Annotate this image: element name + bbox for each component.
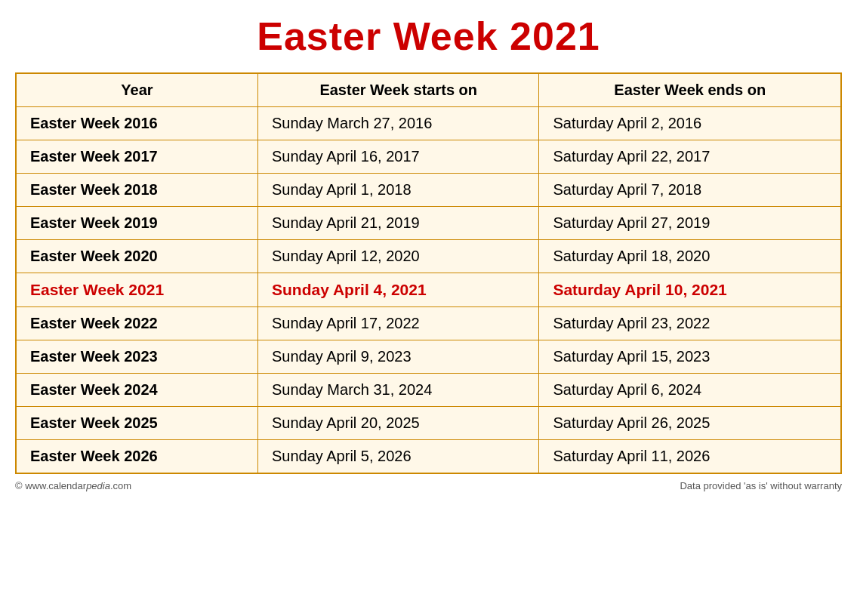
cell-ends: Saturday April 11, 2026 (539, 440, 841, 474)
header-ends: Easter Week ends on (539, 73, 841, 107)
cell-ends: Saturday April 2, 2016 (539, 107, 841, 140)
table-row: Easter Week 2018Sunday April 1, 2018Satu… (16, 174, 841, 207)
cell-starts: Sunday March 27, 2016 (257, 107, 538, 140)
cell-ends: Saturday April 23, 2022 (539, 307, 841, 340)
cell-ends: Saturday April 6, 2024 (539, 374, 841, 407)
cell-starts: Sunday April 4, 2021 (257, 273, 538, 307)
cell-starts: Sunday April 12, 2020 (257, 240, 538, 273)
table-row: Easter Week 2021Sunday April 4, 2021Satu… (16, 273, 841, 307)
cell-starts: Sunday April 5, 2026 (257, 440, 538, 474)
table-row: Easter Week 2016Sunday March 27, 2016Sat… (16, 107, 841, 140)
cell-year: Easter Week 2019 (16, 207, 257, 240)
cell-ends: Saturday April 10, 2021 (539, 273, 841, 307)
cell-starts: Sunday April 16, 2017 (257, 140, 538, 174)
cell-year: Easter Week 2020 (16, 240, 257, 273)
cell-ends: Saturday April 15, 2023 (539, 340, 841, 374)
cell-year: Easter Week 2021 (16, 273, 257, 307)
header-starts: Easter Week starts on (257, 73, 538, 107)
table-row: Easter Week 2023Sunday April 9, 2023Satu… (16, 340, 841, 374)
table-row: Easter Week 2025Sunday April 20, 2025Sat… (16, 407, 841, 440)
table-row: Easter Week 2020Sunday April 12, 2020Sat… (16, 240, 841, 273)
table-header-row: Year Easter Week starts on Easter Week e… (16, 73, 841, 107)
cell-year: Easter Week 2016 (16, 107, 257, 140)
footer: © www.calendarpedia.com Data provided 'a… (15, 480, 842, 491)
cell-ends: Saturday April 26, 2025 (539, 407, 841, 440)
table-row: Easter Week 2022Sunday April 17, 2022Sat… (16, 307, 841, 340)
table-row: Easter Week 2024Sunday March 31, 2024Sat… (16, 374, 841, 407)
cell-starts: Sunday April 20, 2025 (257, 407, 538, 440)
cell-ends: Saturday April 7, 2018 (539, 174, 841, 207)
table-row: Easter Week 2026Sunday April 5, 2026Satu… (16, 440, 841, 474)
cell-ends: Saturday April 27, 2019 (539, 207, 841, 240)
cell-ends: Saturday April 18, 2020 (539, 240, 841, 273)
cell-starts: Sunday April 21, 2019 (257, 207, 538, 240)
cell-ends: Saturday April 22, 2017 (539, 140, 841, 174)
page-title: Easter Week 2021 (257, 14, 600, 59)
cell-year: Easter Week 2026 (16, 440, 257, 474)
cell-year: Easter Week 2023 (16, 340, 257, 374)
cell-starts: Sunday April 1, 2018 (257, 174, 538, 207)
cell-starts: Sunday April 17, 2022 (257, 307, 538, 340)
cell-year: Easter Week 2024 (16, 374, 257, 407)
cell-year: Easter Week 2018 (16, 174, 257, 207)
header-year: Year (16, 73, 257, 107)
cell-year: Easter Week 2025 (16, 407, 257, 440)
easter-week-table: Year Easter Week starts on Easter Week e… (15, 72, 842, 474)
table-row: Easter Week 2019Sunday April 21, 2019Sat… (16, 207, 841, 240)
table-row: Easter Week 2017Sunday April 16, 2017Sat… (16, 140, 841, 174)
cell-starts: Sunday March 31, 2024 (257, 374, 538, 407)
footer-left: © www.calendarpedia.com (15, 480, 131, 491)
footer-right: Data provided 'as is' without warranty (680, 480, 842, 491)
cell-starts: Sunday April 9, 2023 (257, 340, 538, 374)
cell-year: Easter Week 2017 (16, 140, 257, 174)
cell-year: Easter Week 2022 (16, 307, 257, 340)
